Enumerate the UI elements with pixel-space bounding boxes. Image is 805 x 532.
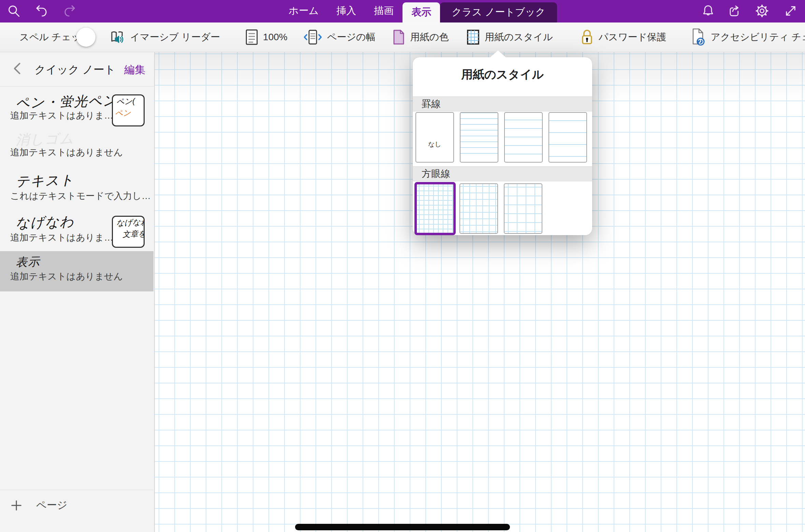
page-list-item[interactable]: なげなわ 追加テキストはありま… なげなわ 文章を — [0, 211, 153, 253]
page-thumbnail: ペン( ペン — [112, 94, 145, 126]
page-list-item[interactable]: 消しゴム 追加テキストはありません — [0, 131, 153, 172]
thumbnail-ink-line: 文章を — [113, 228, 144, 240]
onenote-app-window: ホーム 挿入 描画 表示 クラス ノートブック — [0, 0, 805, 532]
thumbnail-ink-line: ペン — [113, 106, 144, 119]
ribbon-tab-bar: ホーム 挿入 描画 表示 クラス ノートブック — [280, 0, 557, 22]
page-thumbnail: なげなわ 文章を — [112, 216, 145, 248]
home-indicator[interactable] — [295, 524, 510, 530]
page-width-icon — [303, 28, 323, 46]
zoom-level-label: 100% — [263, 32, 288, 43]
settings-gear-icon[interactable] — [754, 3, 770, 19]
password-protect-button[interactable]: パスワード保護 — [580, 28, 667, 46]
immersive-reader-label: イマーシブ リーダー — [130, 31, 220, 44]
paper-color-button[interactable]: 用紙の色 — [391, 28, 449, 46]
tab-view[interactable]: 表示 — [402, 2, 440, 22]
page-list-item-selected[interactable]: 表示 追加テキストはありません — [0, 251, 153, 291]
paper-style-button[interactable]: 用紙のスタイル — [466, 28, 553, 46]
paper-option-ruled-medium[interactable] — [504, 112, 543, 163]
sidebar-header: クイック ノート 編集 — [0, 52, 154, 87]
thumbnail-ink-line: ペン( — [113, 95, 144, 107]
page-subtitle: 追加テキストはありま… — [10, 231, 113, 244]
page-title-handwriting: 表示 — [15, 254, 40, 270]
page-subtitle: これはテキストモードで入力し… — [10, 190, 151, 202]
plus-icon — [10, 499, 23, 512]
view-ribbon-toolbar: スペル チェック イマーシブ リーダー — [0, 22, 805, 52]
paper-color-label: 用紙の色 — [410, 31, 449, 44]
option-label: なし — [428, 140, 441, 149]
sidebar-footer: ページ — [0, 490, 153, 532]
paper-style-icon — [466, 28, 481, 46]
zoom-level-button[interactable]: 100% — [245, 28, 288, 46]
ruled-options-row: なし — [415, 112, 587, 163]
accessibility-check-label: アクセシビリティ チェック — [711, 31, 805, 44]
page-subtitle: 追加テキストはありま… — [10, 109, 113, 122]
popover-arrow — [489, 50, 507, 58]
thumbnail-ink-line: なげなわ — [113, 216, 144, 229]
paper-style-label: 用紙のスタイル — [485, 31, 553, 44]
section-header-grid: 方眼線 — [413, 166, 592, 181]
bell-icon[interactable] — [700, 3, 716, 19]
page-width-label: ページの幅 — [327, 31, 376, 44]
top-app-bar: ホーム 挿入 描画 表示 クラス ノートブック — [0, 0, 805, 22]
undo-icon[interactable] — [33, 3, 50, 19]
tab-insert[interactable]: 挿入 — [327, 0, 365, 22]
tab-draw[interactable]: 描画 — [365, 0, 402, 22]
page-title-handwriting: テキスト — [15, 171, 74, 191]
accessibility-check-button[interactable]: アクセシビリティ チェック — [690, 28, 805, 47]
add-page-button[interactable]: ページ — [10, 498, 67, 512]
immersive-reader-icon — [108, 28, 126, 46]
page-subtitle: 追加テキストはありません — [10, 270, 123, 283]
page-subtitle: 追加テキストはありません — [10, 146, 123, 158]
edit-pages-link[interactable]: 編集 — [124, 63, 145, 77]
zoom-document-icon — [245, 28, 259, 46]
back-chevron-icon[interactable] — [10, 61, 25, 77]
page-list-item[interactable]: ペン・蛍光ペン 追加テキストはありま… ペン( ペン — [0, 89, 153, 131]
immersive-reader-button[interactable]: イマーシブ リーダー — [108, 28, 220, 46]
password-protect-label: パスワード保護 — [599, 31, 667, 44]
lock-icon — [580, 28, 595, 46]
paper-style-popover: 用紙のスタイル 罫線 なし 方眼線 — [413, 57, 592, 235]
paper-option-grid-large[interactable] — [504, 183, 542, 234]
notebook-section-title: クイック ノート — [34, 62, 116, 77]
grid-options-row — [415, 182, 542, 235]
fullscreen-expand-icon[interactable] — [782, 3, 799, 19]
paper-option-grid-medium[interactable] — [459, 183, 498, 234]
paper-color-icon — [391, 28, 406, 46]
paper-option-ruled-narrow[interactable] — [460, 112, 498, 163]
paper-option-ruled-wide[interactable] — [548, 112, 587, 163]
section-header-ruled: 罫線 — [413, 96, 592, 111]
page-title-handwriting: なげなわ — [15, 212, 74, 232]
page-list-item[interactable]: テキスト これはテキストモードで入力し… — [0, 171, 153, 212]
page-list-sidebar: クイック ノート 編集 ペン・蛍光ペン 追加テキストはありま… ペン( ペン 消… — [0, 52, 155, 532]
search-icon[interactable] — [5, 3, 22, 19]
popover-title: 用紙のスタイル — [413, 67, 592, 82]
add-page-label: ページ — [36, 498, 67, 512]
tab-class-notebook[interactable]: クラス ノートブック — [440, 2, 557, 22]
paper-option-none[interactable]: なし — [415, 112, 454, 163]
accessibility-check-icon — [690, 28, 706, 47]
tab-home[interactable]: ホーム — [280, 0, 327, 22]
toggle-knob — [76, 28, 96, 47]
paper-option-grid-small-selected[interactable] — [414, 182, 456, 235]
share-icon[interactable] — [727, 3, 743, 19]
page-width-button[interactable]: ページの幅 — [303, 28, 376, 46]
redo-icon[interactable] — [61, 3, 78, 19]
